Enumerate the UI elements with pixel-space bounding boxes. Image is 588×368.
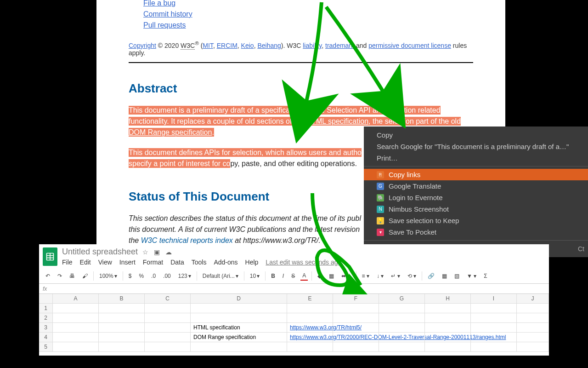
menu-ext-3[interactable]: NNimbus Screenshot (364, 203, 588, 215)
menu-tools[interactable]: Tools (192, 259, 207, 266)
percent-icon[interactable]: % (137, 272, 146, 280)
cell[interactable] (379, 333, 425, 342)
cell[interactable] (333, 333, 379, 342)
cell[interactable]: https://www.w3.org/TR/html5/ (287, 323, 333, 333)
cell[interactable] (287, 304, 333, 313)
copyright-link[interactable]: Copyright (129, 42, 156, 49)
cell[interactable] (425, 342, 471, 352)
menu-format[interactable]: Format (143, 259, 163, 266)
increase-decimal-icon[interactable]: .00 (161, 272, 173, 280)
cell[interactable] (333, 342, 379, 352)
cell[interactable] (379, 313, 425, 323)
menu-ext-0[interactable]: ⎘Copy links (364, 169, 588, 180)
menu-insert[interactable]: Insert (119, 259, 136, 266)
menu-help[interactable]: Help (245, 259, 259, 266)
redo-icon[interactable]: ↷ (56, 272, 64, 280)
keio-link[interactable]: Keio (241, 42, 254, 49)
col-header[interactable]: B (99, 294, 145, 304)
col-header[interactable]: F (333, 294, 379, 304)
bold-icon[interactable]: B (269, 272, 277, 280)
cell[interactable] (53, 313, 99, 323)
cell[interactable] (425, 333, 471, 342)
undo-icon[interactable]: ↶ (44, 272, 52, 280)
merge-cells-icon[interactable]: ⬌ ▾ (339, 272, 352, 280)
fill-color-icon[interactable]: ◆ (316, 272, 323, 280)
cell[interactable]: HTML specification (191, 323, 287, 333)
col-header[interactable]: J (517, 294, 549, 304)
filter-icon[interactable]: ▼ ▾ (465, 272, 478, 280)
link-pull-requests[interactable]: Pull requests (143, 20, 186, 31)
cell[interactable] (517, 342, 549, 352)
font-size-select[interactable]: 10 ▾ (248, 272, 261, 280)
row-header[interactable]: 1 (39, 304, 53, 313)
cell[interactable] (53, 323, 99, 333)
cell[interactable] (145, 304, 191, 313)
cell[interactable] (333, 313, 379, 323)
strike-icon[interactable]: S (289, 272, 297, 280)
col-header[interactable]: E (287, 294, 333, 304)
col-header[interactable]: G (379, 294, 425, 304)
cell[interactable] (517, 333, 549, 342)
mit-link[interactable]: MIT (203, 42, 213, 49)
col-header[interactable]: D (191, 294, 287, 304)
cell[interactable] (287, 313, 333, 323)
italic-icon[interactable]: I (281, 272, 286, 280)
cloud-icon[interactable]: ☁ (165, 248, 172, 256)
cell[interactable] (53, 342, 99, 352)
col-header[interactable]: C (145, 294, 191, 304)
decrease-decimal-icon[interactable]: .0 (149, 272, 158, 280)
menu-ext-4[interactable]: 💡Save selection to Keep (364, 215, 588, 226)
tr-index-link[interactable]: W3C technical reports index (141, 236, 233, 244)
col-header[interactable]: H (425, 294, 471, 304)
menu-ext-1[interactable]: GGoogle Translate (364, 180, 588, 192)
link-commit-history[interactable]: Commit history (143, 9, 192, 20)
cell[interactable] (471, 333, 517, 342)
cell[interactable]: https://www.w3.org/TR/2000/REC-DOM-Level… (287, 333, 333, 342)
cell[interactable] (425, 313, 471, 323)
cell[interactable] (287, 342, 333, 352)
corner-cell[interactable] (39, 294, 53, 304)
menu-file[interactable]: File (62, 259, 73, 266)
rotate-icon[interactable]: ⟲ ▾ (406, 272, 418, 280)
move-icon[interactable]: ▣ (154, 248, 160, 256)
cell[interactable] (471, 313, 517, 323)
cell[interactable] (145, 313, 191, 323)
trademark-link[interactable]: trademark (325, 42, 354, 49)
menu-view[interactable]: View (98, 259, 112, 266)
cell[interactable] (145, 342, 191, 352)
row-header[interactable]: 4 (39, 333, 53, 342)
cell[interactable] (99, 323, 145, 333)
menu-copy[interactable]: Copy (364, 129, 588, 141)
functions-icon[interactable]: Σ (482, 272, 489, 280)
cell[interactable] (99, 313, 145, 323)
beihang-link[interactable]: Beihang (257, 42, 281, 49)
cell[interactable] (53, 333, 99, 342)
cell[interactable] (191, 342, 287, 352)
cell[interactable] (471, 323, 517, 333)
zoom-select[interactable]: 100% ▾ (97, 272, 119, 280)
row-header[interactable]: 3 (39, 323, 53, 333)
cell[interactable] (425, 304, 471, 313)
menu-ext-5[interactable]: ▾Save To Pocket (364, 226, 588, 238)
link-icon[interactable]: 🔗 (426, 272, 436, 280)
wrap-icon[interactable]: ↵ ▾ (389, 272, 401, 280)
text-color-icon[interactable]: A (300, 271, 308, 281)
cell[interactable] (517, 323, 549, 333)
chart-icon[interactable]: ▧ (452, 272, 461, 280)
formula-bar[interactable]: fx (39, 284, 549, 294)
cell[interactable] (99, 342, 145, 352)
menu-print[interactable]: Print… (364, 152, 588, 164)
h-align-icon[interactable]: ≡ ▾ (360, 272, 371, 280)
col-header[interactable]: I (471, 294, 517, 304)
cell[interactable] (53, 304, 99, 313)
borders-icon[interactable]: ▦ (327, 272, 336, 280)
cell[interactable] (517, 313, 549, 323)
last-edit-link[interactable]: Last edit was seconds ago (266, 259, 341, 266)
font-select[interactable]: Default (Ari... ▾ (201, 272, 240, 280)
currency-icon[interactable]: $ (127, 272, 134, 280)
menu-data[interactable]: Data (170, 259, 184, 266)
cell[interactable]: DOM Range specification (191, 333, 287, 342)
cell[interactable] (379, 342, 425, 352)
liability-link[interactable]: liability (303, 42, 322, 49)
cell[interactable] (145, 323, 191, 333)
